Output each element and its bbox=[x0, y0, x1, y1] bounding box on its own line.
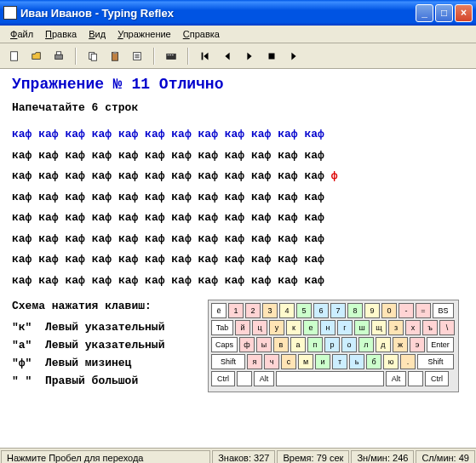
keyboard-button[interactable] bbox=[162, 47, 181, 66]
svg-rect-0 bbox=[11, 51, 18, 60]
key-space[interactable] bbox=[408, 371, 423, 386]
key-Alt[interactable]: Alt bbox=[254, 371, 274, 386]
list-button[interactable] bbox=[128, 47, 146, 66]
key-х[interactable]: х bbox=[405, 320, 421, 335]
paste-button[interactable] bbox=[106, 47, 124, 66]
key-ы[interactable]: ы bbox=[256, 337, 272, 352]
key-8[interactable]: 8 bbox=[347, 303, 363, 318]
menu-help[interactable]: Справка bbox=[178, 27, 225, 41]
window-controls: _ □ × bbox=[416, 4, 473, 22]
key-ю[interactable]: ю bbox=[383, 354, 399, 369]
key-Tab[interactable]: Tab bbox=[211, 320, 233, 335]
minimize-button[interactable]: _ bbox=[416, 4, 433, 22]
key-6[interactable]: 6 bbox=[313, 303, 329, 318]
key-ъ[interactable]: ъ bbox=[422, 320, 438, 335]
key-ц[interactable]: ц bbox=[252, 320, 267, 335]
svg-rect-2 bbox=[56, 51, 60, 54]
key-у[interactable]: у bbox=[269, 320, 284, 335]
key-Alt[interactable]: Alt bbox=[386, 371, 406, 386]
statusbar: Нажмите Пробел для перехода Знаков: 327 … bbox=[0, 448, 476, 463]
copy-button[interactable] bbox=[83, 47, 102, 66]
play-button[interactable] bbox=[240, 47, 259, 66]
key-5[interactable]: 5 bbox=[296, 303, 312, 318]
key-ч[interactable]: ч bbox=[264, 354, 279, 369]
key-н[interactable]: н bbox=[320, 320, 335, 335]
key-4[interactable]: 4 bbox=[279, 303, 295, 318]
key-б[interactable]: б bbox=[366, 354, 381, 369]
menu-view[interactable]: Вид bbox=[83, 27, 111, 41]
key-space[interactable] bbox=[276, 371, 384, 386]
first-button[interactable] bbox=[196, 47, 215, 66]
key-я[interactable]: я bbox=[247, 354, 262, 369]
key-Enter[interactable]: Enter bbox=[427, 337, 454, 352]
key-м[interactable]: м bbox=[298, 354, 313, 369]
key-.[interactable]: . bbox=[400, 354, 416, 369]
key-с[interactable]: с bbox=[281, 354, 296, 369]
scheme-row: "а" Левый указательный bbox=[12, 339, 208, 352]
key-в[interactable]: в bbox=[273, 337, 289, 352]
key-1[interactable]: 1 bbox=[228, 303, 244, 318]
key-Shift[interactable]: Shift bbox=[211, 354, 245, 369]
key-3[interactable]: 3 bbox=[262, 303, 278, 318]
key-9[interactable]: 9 bbox=[364, 303, 380, 318]
key-ш[interactable]: ш bbox=[354, 320, 370, 335]
status-hint: Нажмите Пробел для перехода bbox=[1, 450, 210, 463]
next-button[interactable] bbox=[284, 47, 303, 66]
scheme-row: "к" Левый указательный bbox=[12, 321, 208, 334]
key-2[interactable]: 2 bbox=[245, 303, 261, 318]
key-ф[interactable]: ф bbox=[239, 337, 255, 352]
key-Ctrl[interactable]: Ctrl bbox=[425, 371, 449, 386]
status-cpm: Зн/мин: 246 bbox=[351, 450, 414, 463]
key-г[interactable]: г bbox=[337, 320, 353, 335]
key-ё[interactable]: ё bbox=[211, 303, 227, 318]
key-BS[interactable]: BS bbox=[433, 303, 454, 318]
key-е[interactable]: е bbox=[303, 320, 318, 335]
menu-exercise[interactable]: Упражнение bbox=[112, 27, 176, 41]
key-п[interactable]: п bbox=[307, 337, 323, 352]
prev-button[interactable] bbox=[218, 47, 237, 66]
key-о[interactable]: о bbox=[341, 337, 357, 352]
svg-rect-16 bbox=[269, 53, 275, 59]
key-т[interactable]: т bbox=[332, 354, 347, 369]
print-button[interactable] bbox=[49, 47, 68, 66]
key-ь[interactable]: ь bbox=[349, 354, 364, 369]
key-Ctrl[interactable]: Ctrl bbox=[211, 371, 235, 386]
key-д[interactable]: д bbox=[376, 337, 391, 352]
menu-file[interactable]: Файл bbox=[5, 27, 38, 41]
svg-rect-13 bbox=[169, 54, 171, 55]
key-р[interactable]: р bbox=[324, 337, 340, 352]
key-7[interactable]: 7 bbox=[330, 303, 346, 318]
key-0[interactable]: 0 bbox=[381, 303, 397, 318]
stop-button[interactable] bbox=[262, 47, 281, 66]
scheme-area: Схема нажатия клавиш: "к" Левый указател… bbox=[12, 300, 464, 392]
key-space[interactable] bbox=[237, 371, 252, 386]
close-button[interactable]: × bbox=[455, 4, 473, 22]
key-ж[interactable]: ж bbox=[393, 337, 408, 352]
virtual-keyboard: ё1234567890-=BSTabйцукенгшщзхъ\Capsфывап… bbox=[208, 300, 459, 392]
titlebar: Иван Иванов - Typing Reflex _ □ × bbox=[0, 0, 476, 26]
menu-edit[interactable]: Правка bbox=[40, 27, 82, 41]
maximize-button[interactable]: □ bbox=[435, 4, 453, 22]
key-=[interactable]: = bbox=[416, 303, 431, 318]
key-\[interactable]: \ bbox=[439, 320, 455, 335]
key-щ[interactable]: щ bbox=[371, 320, 387, 335]
key--[interactable]: - bbox=[399, 303, 414, 318]
exercise-title: Упражнение № 11 Отлично bbox=[12, 76, 464, 93]
key-й[interactable]: й bbox=[235, 320, 250, 335]
menubar: Файл Правка Вид Упражнение Справка bbox=[0, 26, 476, 43]
status-chars: Знаков: 327 bbox=[212, 450, 275, 463]
svg-rect-1 bbox=[55, 54, 63, 59]
app-icon bbox=[3, 6, 17, 20]
typing-text: каф каф каф каф каф каф каф каф каф каф … bbox=[12, 124, 464, 291]
window-title: Иван Иванов - Typing Reflex bbox=[20, 7, 416, 20]
key-а[interactable]: а bbox=[290, 337, 306, 352]
new-button[interactable] bbox=[5, 47, 24, 66]
key-к[interactable]: к bbox=[286, 320, 301, 335]
key-и[interactable]: и bbox=[315, 354, 330, 369]
key-Caps[interactable]: Caps bbox=[211, 337, 238, 352]
key-з[interactable]: з bbox=[388, 320, 404, 335]
open-button[interactable] bbox=[27, 47, 46, 66]
key-л[interactable]: л bbox=[358, 337, 374, 352]
key-Shift[interactable]: Shift bbox=[417, 354, 454, 369]
key-э[interactable]: э bbox=[410, 337, 425, 352]
